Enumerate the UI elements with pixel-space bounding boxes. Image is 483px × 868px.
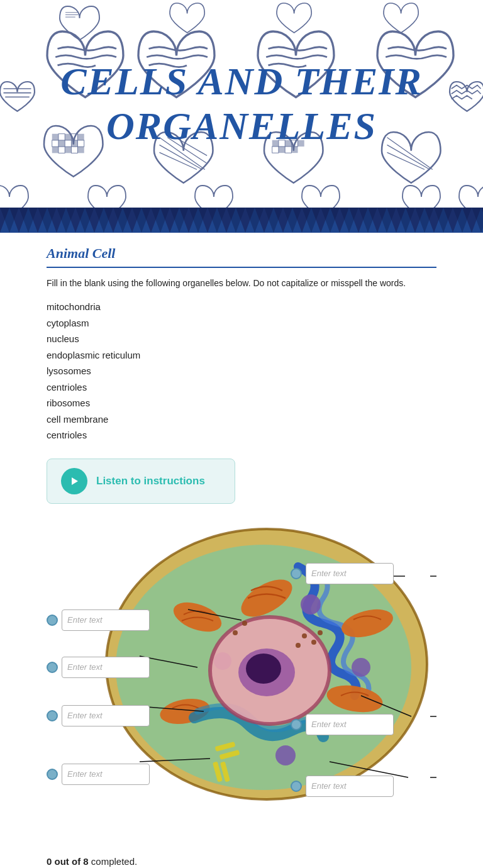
dot-3 <box>47 662 58 673</box>
svg-rect-13 <box>52 147 58 153</box>
svg-point-60 <box>318 630 323 635</box>
list-item: lysosomes <box>47 363 436 379</box>
dot-5 <box>291 719 302 730</box>
label-input-4[interactable] <box>47 705 150 726</box>
svg-point-59 <box>311 640 316 645</box>
dot-6 <box>47 769 58 780</box>
main-title: Cells and their Organelles <box>60 59 422 149</box>
svg-line-20 <box>160 152 197 169</box>
svg-point-49 <box>275 745 296 765</box>
organelle-list: mitochondria cytoplasm nucleus endoplasm… <box>47 299 436 443</box>
cell-label-input-3[interactable] <box>62 657 150 678</box>
list-item: centrioles <box>47 379 436 396</box>
list-item: nucleus <box>47 331 436 347</box>
cell-label-input-7[interactable] <box>306 776 394 797</box>
completion-label: completed. <box>91 856 137 867</box>
label-input-7[interactable] <box>291 776 394 797</box>
svg-point-53 <box>246 654 281 684</box>
label-input-2[interactable] <box>291 563 394 584</box>
list-item: mitochondria <box>47 299 436 315</box>
play-icon <box>61 468 87 494</box>
dot-7 <box>291 781 302 792</box>
header-area: Cells and their Organelles <box>0 0 483 208</box>
cell-diagram <box>47 516 436 818</box>
list-item: cell membrane <box>47 411 436 428</box>
svg-line-34 <box>387 152 425 169</box>
label-input-6[interactable] <box>47 764 150 785</box>
title-block: Cells and their Organelles <box>60 59 422 149</box>
instructions-text: Fill in the blank using the following or… <box>47 277 436 290</box>
list-item: cytoplasm <box>47 315 436 331</box>
listen-label: Listen to instructions <box>96 475 205 487</box>
label-input-3[interactable] <box>47 657 150 678</box>
svg-point-46 <box>301 594 321 615</box>
cell-label-input-1[interactable] <box>62 609 150 631</box>
svg-rect-5 <box>52 140 58 147</box>
cell-label-input-6[interactable] <box>62 764 150 785</box>
deco-strip <box>0 208 483 233</box>
section-title: Animal Cell <box>47 245 436 268</box>
listen-button[interactable]: Listen to instructions <box>47 459 235 504</box>
main-content: Animal Cell Fill in the blank using the … <box>0 233 483 850</box>
svg-point-63 <box>233 630 238 635</box>
svg-point-62 <box>242 621 247 626</box>
label-input-1[interactable] <box>47 609 150 631</box>
list-item: centrioles <box>47 427 436 443</box>
completion-count: 0 out of 8 <box>47 856 89 867</box>
completion-status: 0 out of 8 completed. <box>0 850 483 869</box>
svg-point-58 <box>302 633 307 638</box>
label-input-5[interactable] <box>291 714 394 735</box>
svg-rect-37 <box>0 208 483 233</box>
list-item: endoplasmic reticulum <box>47 347 436 364</box>
cell-label-input-2[interactable] <box>306 563 394 584</box>
list-item: ribosomes <box>47 395 436 411</box>
cell-label-input-4[interactable] <box>62 705 150 726</box>
svg-point-48 <box>352 658 370 677</box>
dot-4 <box>47 710 58 721</box>
dot-1 <box>47 615 58 626</box>
svg-point-61 <box>296 643 301 648</box>
svg-marker-38 <box>72 477 78 485</box>
cell-label-input-5[interactable] <box>306 714 394 735</box>
svg-rect-3 <box>52 134 58 140</box>
dot-2 <box>291 568 302 579</box>
